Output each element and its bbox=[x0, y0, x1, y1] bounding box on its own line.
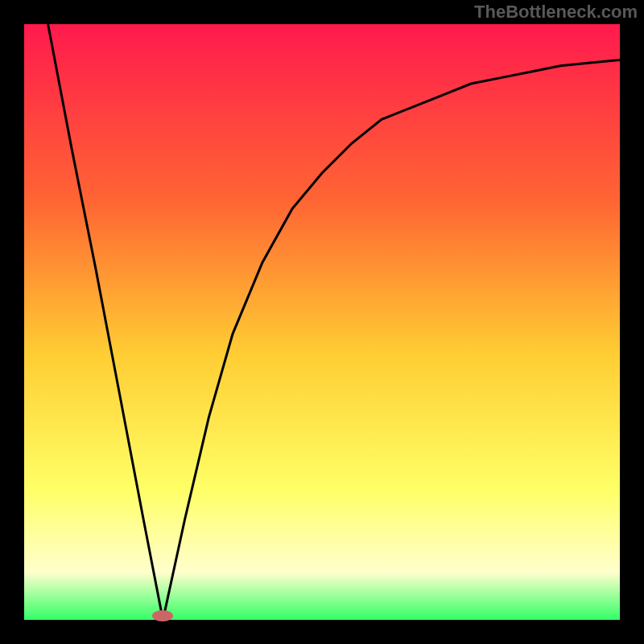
optimal-point-marker bbox=[152, 610, 173, 621]
plot-area bbox=[24, 24, 620, 620]
watermark-text: TheBottleneck.com bbox=[474, 2, 638, 23]
svg-rect-0 bbox=[24, 24, 620, 620]
gradient-background bbox=[24, 24, 620, 620]
chart-container: TheBottleneck.com bbox=[0, 0, 644, 644]
